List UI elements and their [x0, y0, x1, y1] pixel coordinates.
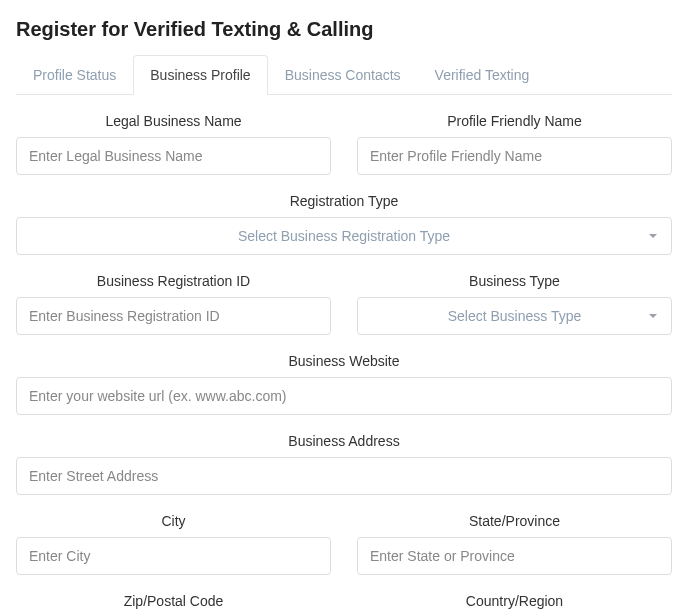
page-title: Register for Verified Texting & Calling [16, 18, 672, 41]
tabs: Profile Status Business Profile Business… [16, 55, 672, 95]
business-registration-id-input[interactable] [16, 297, 331, 335]
tab-profile-status[interactable]: Profile Status [16, 55, 133, 95]
label-profile-friendly-name: Profile Friendly Name [447, 113, 582, 129]
registration-type-select[interactable]: Select Business Registration Type [16, 217, 672, 255]
label-business-type: Business Type [469, 273, 560, 289]
tab-business-contacts[interactable]: Business Contacts [268, 55, 418, 95]
business-address-input[interactable] [16, 457, 672, 495]
tab-business-profile[interactable]: Business Profile [133, 55, 267, 95]
business-type-select[interactable]: Select Business Type [357, 297, 672, 335]
label-city: City [161, 513, 185, 529]
chevron-down-icon [649, 234, 657, 238]
label-legal-business-name: Legal Business Name [105, 113, 241, 129]
chevron-down-icon [649, 314, 657, 318]
label-registration-type: Registration Type [290, 193, 399, 209]
registration-type-placeholder: Select Business Registration Type [238, 228, 450, 244]
business-type-placeholder: Select Business Type [448, 308, 582, 324]
label-country-region: Country/Region [466, 593, 563, 609]
state-province-input[interactable] [357, 537, 672, 575]
label-business-address: Business Address [288, 433, 399, 449]
profile-friendly-name-input[interactable] [357, 137, 672, 175]
city-input[interactable] [16, 537, 331, 575]
label-business-registration-id: Business Registration ID [97, 273, 250, 289]
label-zip-postal: Zip/Postal Code [124, 593, 224, 609]
label-state-province: State/Province [469, 513, 560, 529]
legal-business-name-input[interactable] [16, 137, 331, 175]
label-business-website: Business Website [288, 353, 399, 369]
tab-verified-texting[interactable]: Verified Texting [418, 55, 547, 95]
business-website-input[interactable] [16, 377, 672, 415]
